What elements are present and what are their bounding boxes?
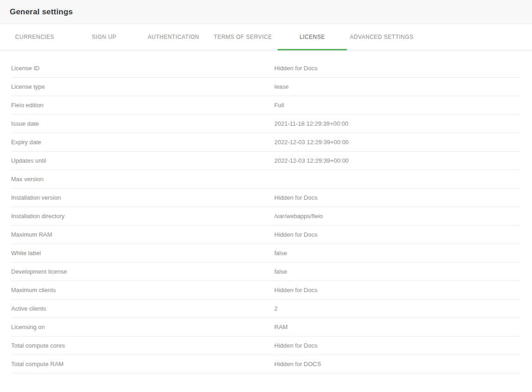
- row-label: Installation directory: [11, 213, 274, 220]
- tab-authentication[interactable]: AUTHENTICATION: [139, 24, 208, 50]
- table-row-updates-until: Updates until 2022-12-03 12:29:39+00:00: [11, 152, 521, 170]
- tab-label: SIGN UP: [92, 34, 117, 40]
- row-value: Hidden for Docs: [274, 287, 521, 294]
- row-value: false: [274, 268, 521, 275]
- row-label: License ID: [11, 65, 274, 72]
- row-value: 2021-11-18 12:29:39+00:00: [274, 120, 521, 127]
- table-row-total-compute-ram: Total compute RAM Hidden for DOCS: [11, 355, 521, 374]
- row-label: Active clients: [11, 305, 274, 312]
- tab-currencies[interactable]: CURRENCIES: [0, 24, 69, 50]
- tab-terms-of-service[interactable]: TERMS OF SERVICE: [208, 24, 278, 50]
- table-row-total-compute-cores: Total compute cores Hidden for Docs: [11, 337, 521, 355]
- table-row-installation-directory: Installation directory /var/webapps/flei…: [11, 207, 521, 226]
- row-value: 2022-12-03 12:29:39+00:00: [274, 139, 521, 146]
- table-row-max-version: Max version: [11, 170, 521, 189]
- row-label: Licensing on: [11, 324, 274, 331]
- tab-sign-up[interactable]: SIGN UP: [69, 24, 139, 50]
- tab-license[interactable]: LICENSE: [278, 24, 347, 50]
- row-label: Expiry date: [11, 139, 274, 146]
- table-row-fleio-edition: Fleio edition Full: [11, 96, 521, 115]
- row-value: Full: [274, 102, 521, 109]
- row-label: Development license: [11, 268, 274, 275]
- license-info-table: License ID Hidden for Docs License type …: [11, 59, 521, 374]
- table-row-white-label: White label false: [11, 244, 521, 263]
- row-value: Hidden for Docs: [274, 342, 521, 349]
- row-value: Hidden for DOCS: [274, 361, 521, 368]
- table-row-development-license: Development license false: [11, 263, 521, 281]
- settings-tab-bar: CURRENCIES SIGN UP AUTHENTICATION TERMS …: [0, 24, 532, 50]
- row-label: Fleio edition: [11, 102, 274, 109]
- active-tab-indicator: [278, 49, 347, 50]
- app-header: General settings: [0, 0, 532, 24]
- row-value: RAM: [274, 324, 521, 331]
- row-label: Total compute cores: [11, 342, 274, 349]
- page-title: General settings: [10, 7, 73, 17]
- tab-advanced-settings[interactable]: ADVANCED SETTINGS: [347, 24, 416, 50]
- table-row-license-id: License ID Hidden for Docs: [11, 59, 521, 78]
- row-value: false: [274, 250, 521, 257]
- table-row-licensing-on: Licensing on RAM: [11, 318, 521, 337]
- tab-label: AUTHENTICATION: [148, 34, 199, 40]
- row-label: White label: [11, 250, 274, 257]
- table-row-maximum-clients: Maximum clients Hidden for Docs: [11, 281, 521, 300]
- table-row-active-clients: Active clients 2: [11, 300, 521, 318]
- row-label: Updates until: [11, 157, 274, 164]
- row-label: Maximum RAM: [11, 231, 274, 238]
- row-value: Hidden for Docs: [274, 65, 521, 72]
- row-value: 2022-12-03 12:29:39+00:00: [274, 157, 521, 164]
- row-label: Maximum clients: [11, 287, 274, 294]
- tab-label: ADVANCED SETTINGS: [350, 34, 414, 40]
- tab-label: TERMS OF SERVICE: [214, 34, 272, 40]
- row-value: /var/webapps/fleio: [274, 213, 521, 220]
- row-value: Hidden for Docs: [274, 194, 521, 201]
- table-row-expiry-date: Expiry date 2022-12-03 12:29:39+00:00: [11, 133, 521, 152]
- row-value: lease: [274, 83, 521, 90]
- row-value: Hidden for Docs: [274, 231, 521, 238]
- row-value: 2: [274, 305, 521, 312]
- table-row-installation-version: Installation version Hidden for Docs: [11, 189, 521, 207]
- tab-label: LICENSE: [300, 34, 325, 40]
- row-label: Installation version: [11, 194, 274, 201]
- row-label: Total compute RAM: [11, 361, 274, 368]
- table-row-issue-date: Issue date 2021-11-18 12:29:39+00:00: [11, 115, 521, 133]
- row-label: License type: [11, 83, 274, 90]
- table-row-maximum-ram: Maximum RAM Hidden for Docs: [11, 226, 521, 244]
- row-label: Max version: [11, 176, 274, 183]
- table-row-license-type: License type lease: [11, 78, 521, 96]
- tab-label: CURRENCIES: [15, 34, 54, 40]
- row-label: Issue date: [11, 120, 274, 127]
